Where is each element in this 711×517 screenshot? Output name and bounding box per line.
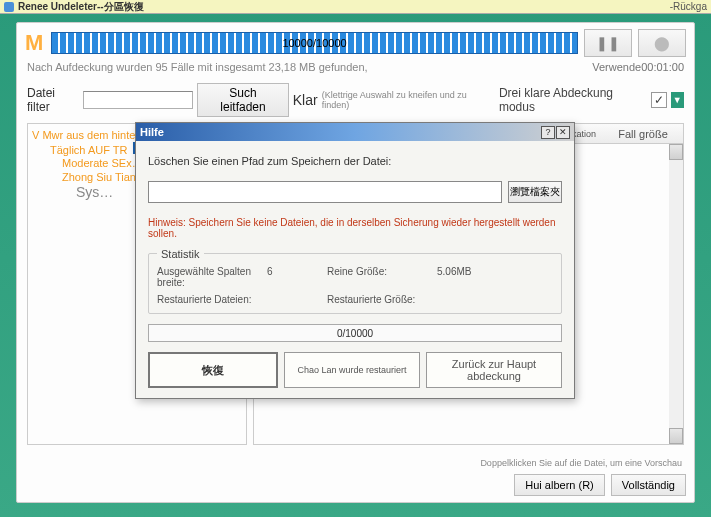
list-scrollbar[interactable] — [669, 144, 683, 444]
coverage-dropdown[interactable]: ▼ — [671, 92, 685, 108]
window-titlebar: Renee Undeleter--分區恢復 -Rückga — [0, 0, 711, 14]
stat-label-cols: Ausgewählte Spalten breite: — [157, 266, 267, 288]
path-label: Löschen Sie einen Pfad zum Speichern der… — [148, 155, 562, 167]
pause-icon: ❚❚ — [596, 35, 620, 51]
coverage-label: Drei klare Abdeckung modus — [499, 86, 647, 114]
statistics-title: Statistik — [157, 248, 204, 260]
tree-item-label: Täglich AUF TR — [48, 143, 129, 157]
stat-value-pure: 5.06MB — [437, 266, 517, 288]
footer-buttons: Hui albern (R) Vollständig — [514, 474, 686, 496]
pause-button[interactable]: ❚❚ — [584, 29, 632, 57]
dialog-buttons: 恢復 Chao Lan wurde restauriert Zurück zur… — [148, 352, 562, 388]
clear-label: Klar — [293, 92, 318, 108]
chevron-down-icon: ▼ — [673, 95, 682, 105]
footer-hint: Doppelklicken Sie auf die Datei, um eine… — [480, 458, 682, 468]
dialog-title: Hilfe — [140, 126, 540, 138]
statistics-grid: Ausgewählte Spalten breite: 6 Reine Größ… — [157, 266, 553, 305]
dialog-titlebar[interactable]: Hilfe ? ✕ — [136, 123, 574, 141]
status-row: Nach Aufdeckung wurden 95 Fälle mit insg… — [17, 59, 694, 79]
filter-row: Datei filter Such leitfaden Klar (Klettr… — [17, 79, 694, 119]
full-button[interactable]: Vollständig — [611, 474, 686, 496]
browse-button[interactable]: 瀏覽檔案夾 — [508, 181, 562, 203]
stat-label-restored-files: Restaurierte Dateien: — [157, 294, 267, 305]
check-icon: ✓ — [654, 93, 664, 107]
restore-progress: 0/10000 — [148, 324, 562, 342]
back-button[interactable]: Zurück zur Haupt abdeckung — [426, 352, 562, 388]
elapsed-time: Verwende00:01:00 — [592, 61, 684, 73]
filter-label: Datei filter — [27, 86, 79, 114]
drive-letter: M — [25, 30, 45, 56]
titlebar-right-text: -Rückga — [670, 1, 707, 12]
coverage-checkbox[interactable]: ✓ — [651, 92, 667, 108]
restore-button[interactable]: 恢復 — [148, 352, 278, 388]
warning-hint: Hinweis: Speichern Sie keine Dateien, di… — [148, 217, 562, 239]
search-guide-button[interactable]: Such leitfaden — [197, 83, 289, 117]
filter-note: (Klettrige Auswahl zu kneifen und zu fin… — [322, 90, 491, 110]
path-row: 瀏覽檔案夾 — [148, 181, 562, 203]
app-icon — [4, 2, 14, 12]
help-icon[interactable]: ? — [541, 126, 555, 139]
stop-icon: ⬤ — [654, 35, 670, 51]
scroll-up-icon[interactable] — [669, 144, 683, 160]
stat-label-restored-size: Restaurierte Größe: — [327, 294, 437, 305]
statistics-box: Statistik Ausgewählte Spalten breite: 6 … — [148, 253, 562, 314]
recover-button[interactable]: Hui albern (R) — [514, 474, 604, 496]
progress-text: 10000/10000 — [282, 37, 346, 49]
progress-row: M 10000/10000 ❚❚ ⬤ — [17, 23, 694, 59]
col-size[interactable]: Fall größe — [603, 128, 683, 140]
filter-input[interactable] — [83, 91, 193, 109]
close-icon[interactable]: ✕ — [556, 126, 570, 139]
stat-value-cols: 6 — [267, 266, 327, 288]
scan-progress-bar: 10000/10000 — [51, 32, 578, 54]
stat-label-pure: Reine Größe: — [327, 266, 437, 288]
found-summary: Nach Aufdeckung wurden 95 Fälle mit insg… — [27, 61, 368, 73]
save-path-dialog: Hilfe ? ✕ Löschen Sie einen Pfad zum Spe… — [135, 122, 575, 399]
restored-info-button[interactable]: Chao Lan wurde restauriert — [284, 352, 420, 388]
save-path-input[interactable] — [148, 181, 502, 203]
restore-progress-text: 0/10000 — [337, 328, 373, 339]
coverage-mode: Drei klare Abdeckung modus ✓ ▼ — [499, 86, 684, 114]
window-title: Renee Undeleter--分區恢復 — [18, 0, 670, 14]
scroll-down-icon[interactable] — [669, 428, 683, 444]
dialog-body: Löschen Sie einen Pfad zum Speichern der… — [136, 141, 574, 398]
stop-button[interactable]: ⬤ — [638, 29, 686, 57]
